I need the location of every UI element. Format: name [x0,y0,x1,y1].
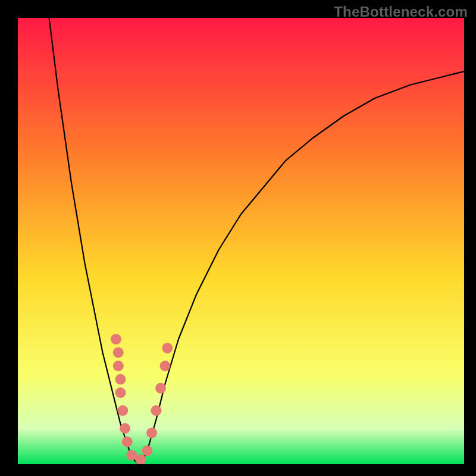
watermark-text: TheBottleneck.com [334,4,468,20]
data-marker [115,374,126,385]
data-marker [113,347,124,358]
data-marker [111,334,121,345]
data-marker [117,405,128,416]
data-marker [115,387,126,398]
chart-background [18,18,464,464]
data-marker [142,446,153,456]
data-marker [146,428,157,439]
bottleneck-chart [18,18,464,464]
chart-area [18,18,464,464]
data-marker [162,343,173,353]
data-marker [155,383,166,394]
data-marker [122,437,133,447]
figure-frame: TheBottleneck.com [0,0,476,476]
data-marker [160,361,171,371]
data-marker [120,423,130,434]
data-marker [113,361,124,371]
data-marker [151,405,162,416]
